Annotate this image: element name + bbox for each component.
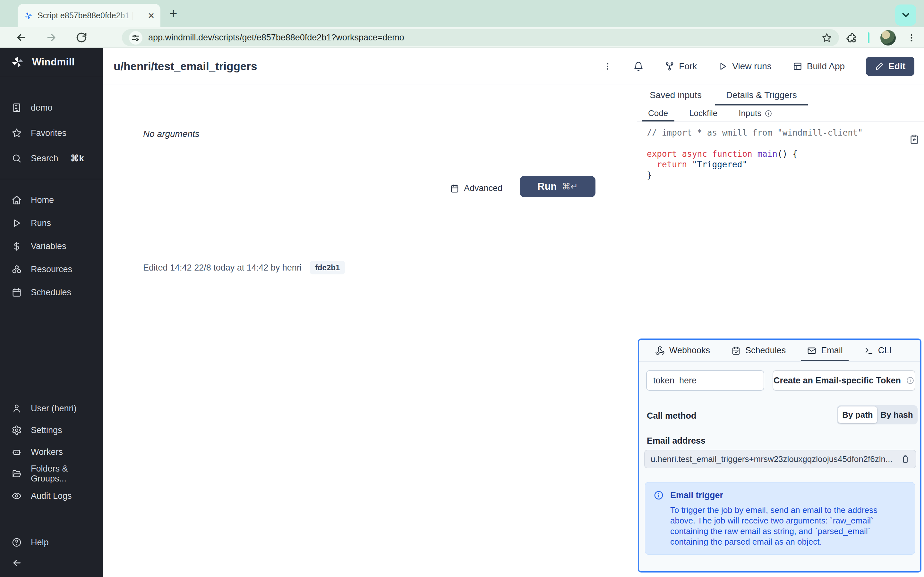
copy-code-icon[interactable] bbox=[909, 134, 919, 144]
tab-schedules[interactable]: Schedules bbox=[730, 340, 787, 361]
search-icon bbox=[11, 153, 22, 163]
tab-search-chevron-icon[interactable] bbox=[895, 5, 916, 26]
sidebar-item-home[interactable]: Home bbox=[0, 190, 103, 210]
sidebar-collapse-button[interactable] bbox=[0, 553, 103, 573]
by-path-option[interactable]: By path bbox=[838, 406, 877, 423]
email-address-label: Email address bbox=[647, 436, 706, 446]
tab-code[interactable]: Code bbox=[647, 105, 669, 121]
bookmark-star-icon[interactable] bbox=[822, 33, 832, 43]
eye-icon bbox=[11, 491, 22, 501]
home-icon bbox=[11, 195, 22, 205]
play-outline-icon bbox=[718, 61, 728, 71]
no-arguments-text: No arguments bbox=[143, 129, 200, 139]
folder-icon bbox=[11, 469, 22, 479]
url-text: app.windmill.dev/scripts/get/e857be88e0f… bbox=[148, 33, 404, 43]
extensions-icon[interactable] bbox=[846, 32, 857, 43]
edited-timestamp: Edited 14:42 22/8 today at 14:42 by henr… bbox=[143, 263, 302, 273]
by-hash-option[interactable]: By hash bbox=[877, 406, 916, 423]
webhook-icon bbox=[655, 346, 665, 356]
tab-webhooks[interactable]: Webhooks bbox=[654, 340, 711, 361]
edit-button[interactable]: Edit bbox=[866, 57, 914, 76]
email-token-input[interactable] bbox=[646, 370, 764, 391]
browser-menu-icon[interactable] bbox=[907, 33, 916, 43]
pencil-icon bbox=[875, 62, 884, 71]
help-icon bbox=[11, 537, 22, 548]
tab-details-triggers[interactable]: Details & Triggers bbox=[724, 85, 799, 105]
tab-inputs[interactable]: Inputs bbox=[737, 105, 774, 121]
sidebar-divider bbox=[0, 179, 103, 179]
sidebar-item-settings[interactable]: Settings bbox=[0, 420, 103, 440]
sidebar-item-label: Folders & Groups... bbox=[31, 464, 103, 484]
main-run-area: No arguments Advanced Run ⌘↵ Edited 14:4… bbox=[103, 85, 637, 577]
forward-icon[interactable] bbox=[45, 32, 57, 43]
sidebar-item-workers[interactable]: Workers bbox=[0, 442, 103, 462]
sidebar-item-label: Home bbox=[31, 195, 54, 205]
sidebar-item-label: Help bbox=[31, 538, 49, 548]
triggers-panel: Webhooks Schedules Email CLI Create an E… bbox=[638, 338, 921, 572]
calendar-check-icon bbox=[731, 346, 741, 356]
details-tab-bar: Saved inputs Details & Triggers bbox=[637, 85, 924, 105]
tab-close-icon[interactable]: ✕ bbox=[148, 11, 155, 20]
boxes-icon bbox=[11, 264, 22, 274]
sidebar-item-label: Favorites bbox=[31, 128, 66, 138]
version-hash-badge[interactable]: fde2b1 bbox=[310, 261, 345, 274]
call-method-toggle: By path By hash bbox=[837, 405, 918, 424]
sidebar-item-runs[interactable]: Runs bbox=[0, 213, 103, 234]
tab-saved-inputs[interactable]: Saved inputs bbox=[648, 85, 704, 105]
brand[interactable]: Windmill bbox=[0, 48, 103, 76]
search-shortcut: ⌘k bbox=[71, 153, 84, 163]
sidebar-item-demo[interactable]: demo bbox=[0, 97, 103, 118]
sidebar-item-search[interactable]: Search ⌘k bbox=[0, 148, 103, 169]
url-bar[interactable]: app.windmill.dev/scripts/get/e857be88e0f… bbox=[122, 29, 839, 46]
play-icon bbox=[11, 218, 22, 228]
sidebar: Windmill demo Favorites Search ⌘k Home R… bbox=[0, 48, 103, 577]
mail-icon bbox=[807, 346, 817, 356]
site-settings-icon[interactable] bbox=[129, 31, 142, 45]
sidebar-item-variables[interactable]: Variables bbox=[0, 236, 103, 256]
sidebar-item-label: demo bbox=[31, 103, 53, 113]
tab-title: Script e857be88e0fde2b1 | W bbox=[37, 11, 134, 20]
fork-button[interactable]: Fork bbox=[665, 61, 697, 71]
terminal-icon bbox=[864, 346, 874, 356]
back-icon[interactable] bbox=[15, 32, 27, 43]
sidebar-item-favorites[interactable]: Favorites bbox=[0, 123, 103, 143]
copy-icon[interactable] bbox=[901, 455, 910, 464]
reload-icon[interactable] bbox=[76, 32, 87, 43]
sidebar-item-audit-logs[interactable]: Audit Logs bbox=[0, 486, 103, 506]
sidebar-item-folders-groups[interactable]: Folders & Groups... bbox=[0, 464, 103, 484]
avatar[interactable] bbox=[880, 30, 896, 45]
notifications-bell-icon[interactable] bbox=[633, 61, 644, 71]
user-icon bbox=[11, 403, 22, 414]
sidebar-item-user[interactable]: User (henri) bbox=[0, 398, 103, 419]
tab-cli[interactable]: CLI bbox=[863, 340, 893, 361]
info-icon bbox=[764, 110, 772, 117]
brand-name: Windmill bbox=[32, 56, 75, 68]
tab-email[interactable]: Email bbox=[806, 340, 844, 361]
sidebar-item-label: Search bbox=[31, 153, 58, 163]
email-address-value: u.henri.test_email_triggers+mrsw23zlouxg… bbox=[651, 454, 897, 464]
new-tab-button[interactable]: + bbox=[170, 7, 178, 21]
info-box-title: Email trigger bbox=[670, 490, 723, 500]
sidebar-item-resources[interactable]: Resources bbox=[0, 259, 103, 279]
sidebar-item-help[interactable]: Help bbox=[0, 532, 103, 553]
create-email-token-button[interactable]: Create an Email-specific Token bbox=[772, 370, 915, 391]
dollar-icon bbox=[11, 241, 22, 251]
star-icon bbox=[11, 128, 22, 138]
email-address-field[interactable]: u.henri.test_email_triggers+mrsw23zlouxg… bbox=[644, 450, 916, 468]
browser-tab[interactable]: Script e857be88e0fde2b1 | W ✕ bbox=[18, 4, 160, 27]
advanced-button[interactable]: Advanced bbox=[450, 183, 502, 193]
build-app-button[interactable]: Build App bbox=[793, 61, 845, 71]
sidebar-item-label: Audit Logs bbox=[31, 491, 72, 501]
view-runs-button[interactable]: View runs bbox=[718, 61, 771, 71]
more-options-kebab-icon[interactable] bbox=[603, 62, 612, 71]
email-trigger-info-box: Email trigger To trigger the job by emai… bbox=[645, 482, 915, 554]
gear-icon bbox=[11, 425, 22, 435]
calendar-icon bbox=[450, 184, 459, 193]
code-tab-bar: Code Lockfile Inputs bbox=[637, 105, 924, 121]
tab-lockfile[interactable]: Lockfile bbox=[688, 105, 719, 121]
workspace-icon bbox=[11, 103, 22, 113]
browser-tab-bar: Script e857be88e0fde2b1 | W ✕ + bbox=[0, 0, 924, 27]
run-button[interactable]: Run ⌘↵ bbox=[520, 176, 596, 197]
sidebar-item-schedules[interactable]: Schedules bbox=[0, 282, 103, 303]
details-panel: Saved inputs Details & Triggers Code Loc… bbox=[637, 85, 924, 577]
